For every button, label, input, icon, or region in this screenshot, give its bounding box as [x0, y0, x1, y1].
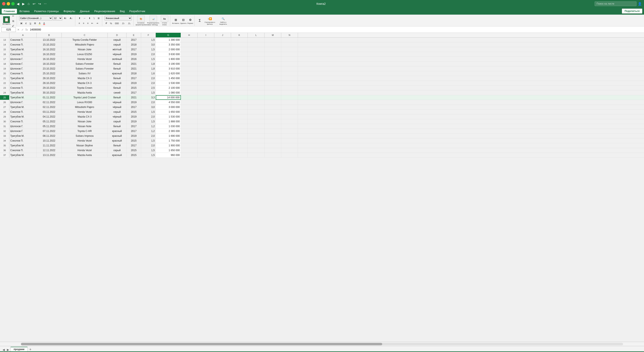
col-header-a[interactable]: A	[10, 33, 36, 37]
cell-n14[interactable]	[281, 42, 298, 47]
row-number[interactable]: 22	[0, 81, 10, 85]
row-number[interactable]: 13	[0, 38, 10, 42]
cell-c16[interactable]: Lexus ES250	[62, 52, 108, 57]
cell-a21[interactable]: Тригубов М.	[10, 76, 36, 81]
cell-f14[interactable]: 3,0	[141, 42, 156, 47]
col-header-d[interactable]: D	[108, 33, 126, 37]
format-table-button[interactable]: 📊 Форматировать как таблицу	[147, 16, 160, 26]
cell-b37[interactable]: 13.11.2022	[36, 153, 62, 158]
row-number[interactable]: 29	[0, 114, 10, 119]
cell-i37[interactable]	[198, 153, 214, 158]
cell-h20[interactable]	[181, 71, 198, 76]
cell-k33[interactable]	[231, 134, 248, 138]
cell-g22[interactable]: 1 530 000	[156, 81, 181, 85]
cell-e13[interactable]: 2017	[126, 38, 141, 42]
cell-c19[interactable]: Subaru Forester	[62, 66, 108, 71]
cell-h36[interactable]	[181, 148, 198, 153]
cell-m23[interactable]	[264, 86, 281, 90]
cell-b23[interactable]: 29.10.2022	[36, 86, 62, 90]
cell-n21[interactable]	[281, 76, 298, 81]
cell-n37[interactable]	[281, 153, 298, 158]
cell-h32[interactable]	[181, 129, 198, 133]
sum-button[interactable]: Σ	[197, 18, 202, 23]
cell-j20[interactable]	[214, 71, 231, 76]
cell-e34[interactable]: 2015	[126, 138, 141, 143]
cell-f13[interactable]: 1,5	[141, 38, 156, 42]
cell-i29[interactable]	[198, 114, 214, 119]
insert-cells-button[interactable]: ⊞ Вставить	[172, 17, 180, 24]
cell-e24[interactable]: 2017	[126, 90, 141, 95]
cell-b25[interactable]: 01.11.2022	[36, 95, 62, 100]
col-header-m[interactable]: M	[264, 33, 281, 37]
formula-input[interactable]	[29, 27, 643, 32]
cell-d36[interactable]: серый	[108, 148, 126, 153]
cell-j25[interactable]	[214, 95, 231, 100]
cell-j15[interactable]	[214, 47, 231, 52]
cell-b13[interactable]: 13.10.2022	[36, 38, 62, 42]
cell-n27[interactable]	[281, 105, 298, 109]
cell-m16[interactable]	[264, 52, 281, 57]
cell-d31[interactable]: белый	[108, 124, 126, 129]
merge-button[interactable]: ⊞	[96, 16, 101, 20]
cell-j32[interactable]	[214, 129, 231, 133]
cell-f19[interactable]: 1,8	[141, 66, 156, 71]
cell-d24[interactable]: синий	[108, 90, 126, 95]
cell-h28[interactable]	[181, 110, 198, 114]
cell-h34[interactable]	[181, 138, 198, 143]
cell-k23[interactable]	[231, 86, 248, 90]
cell-k36[interactable]	[231, 148, 248, 153]
percent-button[interactable]: %	[109, 21, 113, 25]
row-number[interactable]: 19	[0, 66, 10, 71]
cell-f37[interactable]: 1,5	[141, 153, 156, 158]
row-number[interactable]: 30	[0, 119, 10, 124]
row-number[interactable]: 15	[0, 47, 10, 52]
delete-cells-button[interactable]: ⊟ Удалить	[180, 17, 187, 24]
row-number[interactable]: 20	[0, 71, 10, 76]
col-header-k[interactable]: K	[231, 33, 248, 37]
col-header-g[interactable]: G	[156, 33, 181, 37]
cell-n26[interactable]	[281, 100, 298, 105]
cell-m28[interactable]	[264, 110, 281, 114]
cell-e15[interactable]: 2017	[126, 47, 141, 52]
cell-i14[interactable]	[198, 42, 214, 47]
cell-c18[interactable]: Subaru Forester	[62, 62, 108, 66]
cell-j33[interactable]	[214, 134, 231, 138]
cell-n29[interactable]	[281, 114, 298, 119]
cell-m32[interactable]	[264, 129, 281, 133]
cell-e20[interactable]: 2018	[126, 71, 141, 76]
cell-k27[interactable]	[231, 105, 248, 109]
cell-l30[interactable]	[248, 119, 264, 124]
cell-f21[interactable]: 2,0	[141, 76, 156, 81]
maximize-button[interactable]	[11, 2, 15, 5]
cell-d26[interactable]: чёрный	[108, 100, 126, 105]
cell-c33[interactable]: Subaru Impreza	[62, 134, 108, 138]
cell-k17[interactable]	[231, 57, 248, 61]
cell-f30[interactable]: 1,5	[141, 119, 156, 124]
cell-a25[interactable]: Тригубов М.	[10, 95, 36, 100]
cell-k26[interactable]	[231, 100, 248, 105]
cell-g36[interactable]: 1 650 000	[156, 148, 181, 153]
col-header-l[interactable]: L	[248, 33, 264, 37]
underline-button[interactable]: Ч	[28, 21, 32, 25]
cell-h29[interactable]	[181, 114, 198, 119]
grid-scroll-area[interactable]: A B C D E F G H I J K L M N 13Соколов П.…	[0, 33, 644, 342]
cell-i23[interactable]	[198, 86, 214, 90]
cell-d20[interactable]: красный	[108, 71, 126, 76]
number-format-select[interactable]: Финансовый	[104, 16, 132, 20]
cell-l18[interactable]	[248, 62, 264, 66]
cell-g23[interactable]: 2 100 000	[156, 86, 181, 90]
cell-e29[interactable]: 2019	[126, 114, 141, 119]
menu-item-page-layout[interactable]: Разметка страницы	[32, 9, 61, 13]
cell-m25[interactable]	[264, 95, 281, 100]
cell-d19[interactable]: белый	[108, 66, 126, 71]
cell-n35[interactable]	[281, 143, 298, 148]
cell-h24[interactable]	[181, 90, 198, 95]
cell-a30[interactable]: Соколов П.	[10, 119, 36, 124]
cell-j17[interactable]	[214, 57, 231, 61]
cell-n23[interactable]	[281, 86, 298, 90]
cell-i28[interactable]	[198, 110, 214, 114]
col-header-f[interactable]: F	[141, 33, 156, 37]
cell-b28[interactable]: 03.11.2022	[36, 110, 62, 114]
cell-j23[interactable]	[214, 86, 231, 90]
bold-button[interactable]: Ж	[19, 21, 24, 25]
